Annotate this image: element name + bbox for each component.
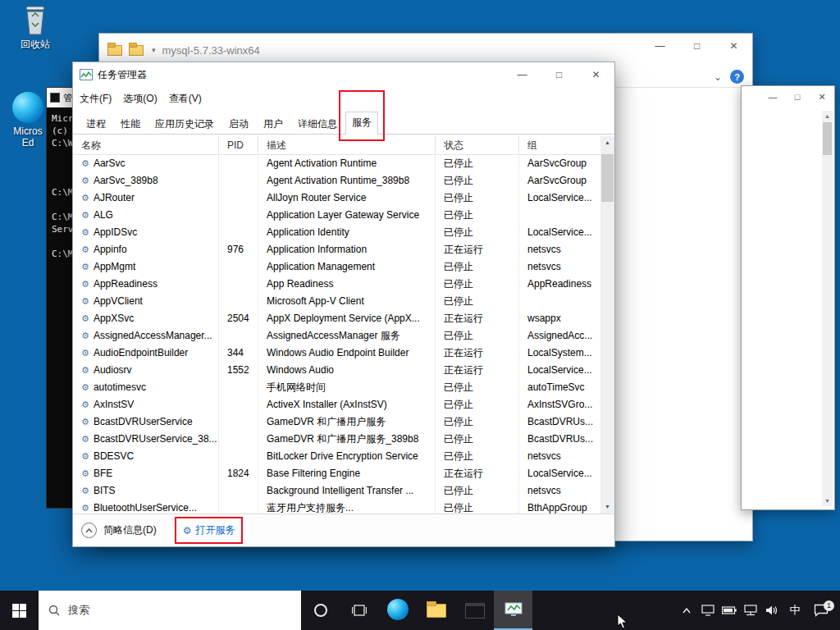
table-row[interactable]: ⚙BluetoothUserService... 蓝牙用户支持服务... 已停止… [73,500,600,514]
table-row[interactable]: ⚙AarSvc_389b8 Agent Activation Runtime_3… [73,172,600,189]
table-row[interactable]: ⚙AssignedAccessManager... AssignedAccess… [73,327,600,345]
secondary-close-button[interactable]: ✕ [810,86,834,107]
table-row[interactable]: ⚙AudioEndpointBuilder 344 Windows Audio … [73,345,600,362]
table-scrollbar[interactable]: ▲ ▼ [600,136,614,514]
table-row[interactable]: ⚙ALG Application Layer Gateway Service 已… [73,207,600,224]
menu-item-2[interactable]: 查看(V) [169,89,210,109]
chevron-down-icon[interactable]: ▾ [152,46,156,54]
tab-4[interactable]: 用户 [257,113,290,135]
secondary-maximize-button[interactable]: □ [785,86,810,107]
secondary-minimize-button[interactable]: — [760,86,785,107]
scroll-thumb[interactable] [823,122,832,155]
recycle-bin-icon[interactable]: 回收站 [7,5,64,52]
tray-hardware-button[interactable] [697,591,719,630]
tray-battery-button[interactable] [719,591,740,630]
cortana-icon [314,604,327,617]
cell-pid: 344 [219,345,258,362]
scroll-thumb[interactable] [601,154,614,202]
table-row[interactable]: ⚙AppReadiness App Readiness 已停止 AppReadi… [73,276,600,293]
tray-network-button[interactable] [740,591,761,630]
edge-taskbar-button[interactable] [378,591,417,630]
service-gear-icon: ⚙ [81,296,89,306]
collapse-details-icon[interactable] [81,523,97,538]
table-row[interactable]: ⚙Audiosrv 1552 Windows Audio 正在运行 LocalS… [73,362,600,379]
cell-description: ActiveX Installer (AxInstSV) [258,396,436,413]
cell-status: 正在运行 [436,345,519,362]
table-row[interactable]: ⚙BcastDVRUserService_38... GameDVR 和广播用户… [73,431,600,448]
cell-group: netsvcs [519,241,600,258]
cell-name: ⚙AudioEndpointBuilder [73,345,219,362]
service-gear-icon: ⚙ [81,227,89,237]
explorer-maximize-button[interactable]: □ [678,34,715,58]
mouse-cursor [617,614,628,629]
table-row[interactable]: ⚙BFE 1824 Base Filtering Engine 正在运行 Loc… [73,465,600,482]
scroll-down-icon[interactable]: ▼ [600,500,614,514]
task-view-button[interactable] [340,591,378,630]
table-row[interactable]: ⚙Appinfo 976 Application Information 正在运… [73,241,600,258]
task-view-icon [352,604,367,617]
column-header-2[interactable]: 描述 [258,136,436,155]
taskbar-search-box[interactable]: 搜索 [39,591,301,630]
table-row[interactable]: ⚙AarSvc Agent Activation Runtime 已停止 Aar… [73,155,600,172]
cell-pid [219,482,258,500]
table-row[interactable]: ⚙AppIDSvc Application Identity 已停止 Local… [73,224,600,241]
table-row[interactable]: ⚙AppMgmt Application Management 已停止 nets… [73,258,600,276]
quick-access-folder-icon[interactable] [129,45,144,56]
table-row[interactable]: ⚙BDESVC BitLocker Drive Encryption Servi… [73,448,600,465]
explorer-close-button[interactable]: ✕ [715,34,752,58]
tab-3[interactable]: 启动 [222,113,255,135]
notification-center-button[interactable]: 1 [807,591,835,630]
cell-name: ⚙BcastDVRUserService [73,413,219,431]
tab-2[interactable]: 应用历史记录 [148,113,221,135]
column-header-0[interactable]: 名称 [73,136,219,155]
search-placeholder: 搜索 [68,603,89,618]
table-row[interactable]: ⚙autotimesvc 手机网络时间 已停止 autoTimeSvc [73,379,600,396]
cortana-button[interactable] [301,591,340,630]
table-row[interactable]: ⚙AJRouter AllJoyn Router Service 已停止 Loc… [73,189,600,207]
tab-1[interactable]: 性能 [114,113,147,135]
column-header-1[interactable]: PID [219,136,258,155]
cell-name: ⚙AppReadiness [73,276,219,293]
fewer-details-toggle[interactable]: 简略信息(D) [103,523,157,537]
ethernet-icon [744,605,757,616]
tray-volume-button[interactable] [761,591,783,630]
task-manager-window[interactable]: 任务管理器 — □ ✕ 文件(F)选项(O)查看(V) 进程性能应用历史记录启动… [72,62,615,547]
help-icon[interactable]: ? [730,70,744,84]
scroll-up-icon[interactable]: ▲ [600,136,614,149]
scroll-down-icon[interactable]: ▼ [822,495,833,506]
edge-shortcut-icon[interactable]: Micros Ed [2,92,54,148]
cell-name: ⚙Appinfo [73,241,219,258]
tab-6[interactable]: 服务 [345,112,378,135]
service-gear-icon: ⚙ [81,279,89,289]
taskmgr-maximize-button[interactable]: □ [541,62,578,87]
column-header-4[interactable]: 组 [519,136,600,155]
column-header-3[interactable]: 状态 [436,136,519,155]
file-explorer-taskbar-button[interactable] [417,591,455,630]
explorer-minimize-button[interactable]: — [641,34,678,58]
task-manager-taskbar-button[interactable] [494,591,532,630]
table-row[interactable]: ⚙AppVClient Microsoft App-V Client 已停止 [73,293,600,310]
menu-item-0[interactable]: 文件(F) [80,89,120,109]
table-row[interactable]: ⚙BITS Background Intelligent Transfer ..… [73,482,600,500]
cell-group: netsvcs [519,448,600,465]
cell-name: ⚙BITS [73,482,219,500]
taskmgr-minimize-button[interactable]: — [504,62,541,87]
tab-5[interactable]: 详细信息 [291,113,344,135]
open-services-button[interactable]: ⚙ 打开服务 [178,520,240,541]
cell-name: ⚙autotimesvc [73,379,219,396]
tab-0[interactable]: 进程 [80,113,112,135]
secondary-scrollbar[interactable]: ▲ ▼ [822,111,833,506]
start-button[interactable] [0,591,39,630]
scroll-up-icon[interactable]: ▲ [822,111,833,121]
taskmgr-close-button[interactable]: ✕ [578,62,614,87]
menu-item-1[interactable]: 选项(O) [123,89,165,109]
tray-expand-button[interactable] [676,591,697,630]
ime-indicator[interactable]: 中 [783,591,807,630]
secondary-window[interactable]: — □ ✕ ▲ ▼ [741,85,835,510]
cmd-taskbar-button[interactable] [455,591,494,630]
table-row[interactable]: ⚙AxInstSV ActiveX Installer (AxInstSV) 已… [73,396,600,413]
ribbon-collapse-icon[interactable]: ⌄ [714,71,722,83]
table-row[interactable]: ⚙AppXSvc 2504 AppX Deployment Service (A… [73,310,600,327]
table-header-row[interactable]: 名称PID描述状态组 [73,136,614,155]
table-row[interactable]: ⚙BcastDVRUserService GameDVR 和广播用户服务 已停止… [73,413,600,431]
